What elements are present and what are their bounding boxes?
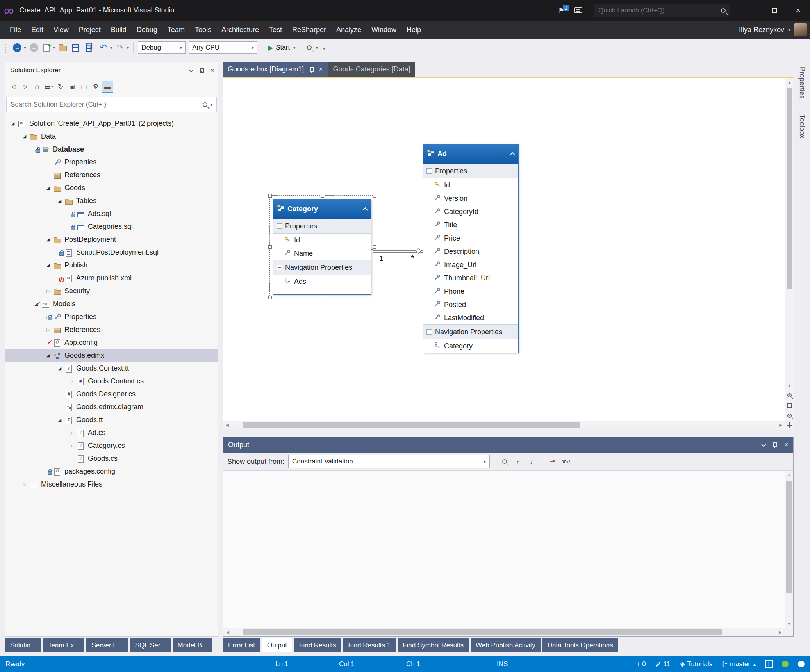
redo-button[interactable]: ↷ (114, 41, 127, 54)
notifications-icon[interactable]: ! (765, 660, 773, 668)
search-options-dropdown[interactable]: ▾ (211, 103, 212, 107)
expander-collapsed-icon[interactable]: ▷ (67, 430, 76, 435)
entity-property-name[interactable]: Name (273, 247, 371, 260)
tree-item-references[interactable]: ▷References (5, 323, 218, 336)
save-all-button[interactable] (82, 41, 97, 54)
side-tab-toolbox[interactable]: Toolbox (798, 111, 806, 142)
entity-header[interactable]: Ad (423, 144, 518, 164)
next-message-button[interactable]: ↓ (525, 455, 538, 468)
editor-horizontal-scrollbar[interactable]: ◀ ▶ (223, 421, 794, 429)
expander-expanded-icon[interactable]: ◢ (44, 353, 52, 358)
pin-icon[interactable] (309, 67, 314, 73)
scroll-left-button[interactable]: ◀ (223, 628, 232, 636)
selection-handle[interactable] (373, 194, 376, 198)
tree-item-security[interactable]: ▷Security (5, 285, 218, 298)
menu-item-analyze[interactable]: Analyze (331, 21, 366, 39)
entity-property-image-url[interactable]: Image_Url (423, 258, 518, 271)
tree-item-ads-sql[interactable]: Ads.sql (5, 207, 218, 220)
toolbar-grip[interactable] (5, 43, 8, 53)
preview-selected-items-toggle[interactable]: ▬ (102, 81, 113, 93)
scroll-left-button[interactable]: ◀ (223, 421, 232, 429)
entity-property-ads[interactable]: Ads (273, 275, 371, 288)
entity-property-title[interactable]: Title (423, 218, 518, 232)
properties-button[interactable]: ⚙ (90, 81, 102, 93)
navigate-forward-button[interactable]: → (28, 41, 40, 54)
document-tab-goods-edmx-diagram1[interactable]: Goods.edmx [Diagram1]× (223, 62, 328, 77)
collapse-section-button[interactable] (426, 168, 432, 174)
previous-message-button[interactable]: ↑ (511, 455, 525, 468)
output-header[interactable]: Output × (223, 437, 793, 453)
tree-item-category-cs[interactable]: ▷Category.cs (5, 439, 218, 452)
tree-item-data[interactable]: ◢Data (5, 130, 218, 143)
new-file-dropdown[interactable]: ▾ (53, 45, 55, 50)
scroll-right-button[interactable]: ▶ (776, 628, 785, 636)
scroll-up-button[interactable]: ▲ (785, 78, 794, 86)
menu-item-tools[interactable]: Tools (190, 21, 216, 39)
menu-item-project[interactable]: Project (74, 21, 106, 39)
scrollbar-thumb[interactable] (243, 629, 722, 635)
notifications-flag-icon[interactable]: ⚑1 (558, 6, 564, 15)
document-tab-goods-categories-data[interactable]: Goods.Categories [Data] (328, 62, 415, 77)
selection-handle[interactable] (268, 296, 272, 299)
zoom-in-button[interactable]: + (785, 390, 794, 400)
entity-property-lastmodified[interactable]: LastModified (423, 311, 518, 324)
bottom-tab-data-tools-operations[interactable]: Data Tools Operations (542, 638, 618, 652)
scroll-down-button[interactable]: ▼ (785, 381, 794, 390)
tree-item-goods-context-cs[interactable]: ▷Goods.Context.cs (5, 375, 218, 388)
bottom-tab-find-results[interactable]: Find Results (294, 638, 341, 652)
pending-pushes[interactable]: ↑0 (637, 660, 646, 668)
editor-vertical-scrollbar[interactable]: ▲ ▼ + – (785, 78, 794, 421)
output-content[interactable] (223, 471, 785, 628)
tree-item-database[interactable]: ◢Database (5, 143, 218, 156)
zoom-to-fit-button[interactable] (785, 400, 794, 410)
home-button[interactable]: ⌂ (31, 81, 43, 93)
solution-configuration-select[interactable]: Debug▾ (138, 41, 186, 54)
menu-item-architecture[interactable]: Architecture (216, 21, 264, 39)
tree-item-goods-edmx[interactable]: ◢Goods.edmx (5, 349, 218, 362)
collapse-section-button[interactable] (277, 265, 282, 270)
bottom-tab-server-e[interactable]: Server E... (86, 638, 128, 652)
bottom-tab-web-publish-activity[interactable]: Web Publish Activity (471, 638, 541, 652)
expander-collapsed-icon[interactable]: ▷ (67, 443, 76, 448)
scroll-down-button[interactable]: ▼ (785, 619, 793, 628)
tree-item-properties[interactable]: Properties (5, 156, 218, 169)
expander-collapsed-icon[interactable]: ▷ (20, 482, 29, 487)
entity-property-thumbnail-url[interactable]: Thumbnail_Url (423, 271, 518, 285)
start-debug-button[interactable]: ▶ Start (265, 41, 293, 54)
expander-expanded-icon[interactable]: ◢ (55, 417, 64, 422)
tree-item-goods-tt[interactable]: ◢Goods.tt (5, 414, 218, 426)
undo-dropdown[interactable]: ▾ (110, 45, 112, 50)
forward-button[interactable]: ▷ (20, 81, 31, 93)
minimize-button[interactable]: – (739, 0, 762, 21)
quick-launch-box[interactable] (594, 4, 730, 17)
menu-item-build[interactable]: Build (106, 21, 132, 39)
word-wrap-button[interactable]: ab↵ (559, 455, 573, 468)
scrollbar-thumb[interactable] (243, 422, 580, 428)
tree-item-publish[interactable]: ◢Publish (5, 259, 218, 272)
show-all-files-button[interactable]: ▢ (78, 81, 90, 93)
window-position-icon[interactable] (189, 67, 194, 72)
menu-item-test[interactable]: Test (264, 21, 287, 39)
bottom-tab-sql-ser[interactable]: SQL Ser... (130, 638, 171, 652)
close-icon[interactable]: × (784, 441, 789, 448)
tree-item-goods-context-tt[interactable]: ◢Goods.Context.tt (5, 362, 218, 375)
expander-expanded-icon[interactable]: ◢ (9, 121, 17, 126)
entity-diagram-canvas[interactable]: 1 * AdPropertiesIdVersionCategoryIdTitle… (223, 78, 785, 421)
expander-expanded-icon[interactable]: ◢ (44, 185, 52, 191)
expander-expanded-icon[interactable]: ◢ (55, 198, 64, 203)
scrollbar-thumb[interactable] (786, 481, 792, 593)
refresh-button[interactable]: ↻ (55, 81, 66, 93)
undo-button[interactable]: ↶ (97, 41, 110, 54)
solution-explorer-header[interactable]: Solution Explorer × (5, 62, 218, 78)
toolbar-overflow-button[interactable]: ▾ (322, 46, 326, 50)
tree-item-postdeployment[interactable]: ◢PostDeployment (5, 233, 218, 246)
tree-item-app-config[interactable]: App.config (5, 336, 218, 349)
selection-handle[interactable] (321, 194, 324, 198)
side-tab-properties[interactable]: Properties (798, 64, 806, 102)
solution-explorer-search[interactable]: ▾ (6, 97, 217, 112)
menu-item-help[interactable]: Help (401, 21, 426, 39)
menu-item-edit[interactable]: Edit (26, 21, 48, 39)
output-vertical-scrollbar[interactable]: ▲ ▼ (785, 471, 793, 628)
collapse-section-button[interactable] (426, 329, 432, 335)
bottom-tab-error-list[interactable]: Error List (223, 638, 260, 652)
